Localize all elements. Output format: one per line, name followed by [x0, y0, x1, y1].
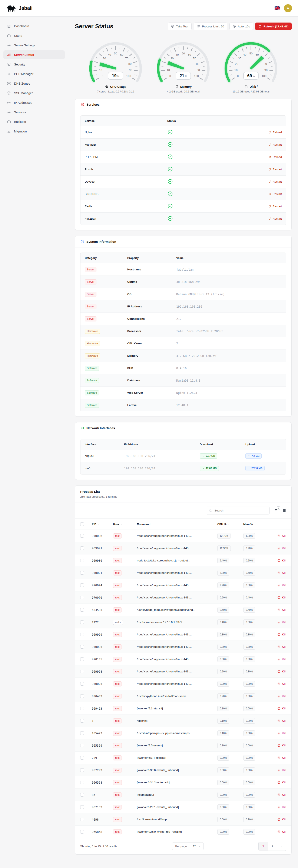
- row-checkbox[interactable]: [80, 756, 84, 760]
- next-page-button[interactable]: [277, 842, 286, 850]
- restart-button[interactable]: Restart: [268, 217, 282, 220]
- restart-button[interactable]: Restart: [268, 180, 282, 183]
- sidebar-item-users[interactable]: Users: [3, 31, 65, 40]
- kill-button[interactable]: Kill: [277, 645, 286, 648]
- kill-button[interactable]: Kill: [277, 694, 286, 698]
- kill-button[interactable]: Kill: [277, 756, 286, 760]
- sidebar-item-ssl-manager[interactable]: SSL Manager: [3, 89, 65, 98]
- columns-button[interactable]: [282, 508, 286, 513]
- row-checkbox[interactable]: [80, 608, 84, 612]
- kill-button[interactable]: Kill: [277, 682, 286, 685]
- row-checkbox[interactable]: [80, 719, 84, 722]
- search-input[interactable]: [214, 509, 267, 512]
- row-checkbox[interactable]: [80, 559, 84, 562]
- row-checkbox[interactable]: [80, 633, 84, 636]
- language-flag-icon[interactable]: [275, 6, 280, 10]
- row-checkbox[interactable]: [80, 805, 84, 809]
- process-limit-button[interactable]: Process Limit: 50: [194, 23, 227, 30]
- page-button-1[interactable]: 1: [259, 842, 268, 850]
- row-checkbox[interactable]: [80, 682, 84, 686]
- row-checkbox[interactable]: [80, 620, 84, 624]
- kill-button[interactable]: Kill: [277, 633, 286, 636]
- sidebar-item-security[interactable]: Security: [3, 60, 65, 69]
- kill-button[interactable]: Kill: [277, 571, 286, 575]
- kill-button[interactable]: Kill: [277, 608, 286, 611]
- sidebar-item-php-manager[interactable]: PHP Manager: [3, 69, 65, 79]
- kill-button[interactable]: Kill: [277, 744, 286, 747]
- user-badge: root: [113, 768, 122, 773]
- row-checkbox[interactable]: [80, 768, 84, 772]
- kill-button[interactable]: Kill: [277, 732, 286, 735]
- sidebar-item-server-status[interactable]: Server Status: [3, 51, 65, 59]
- select-all-checkbox[interactable]: [80, 522, 84, 526]
- row-checkbox[interactable]: [80, 657, 84, 661]
- kill-button[interactable]: Kill: [277, 818, 286, 821]
- avatar[interactable]: A: [284, 4, 292, 12]
- process-pid: 969998: [92, 670, 113, 673]
- property-value: Nginx 1.26.3: [176, 391, 282, 395]
- row-checkbox[interactable]: [80, 744, 84, 747]
- filter-button[interactable]: 0: [274, 508, 278, 513]
- sidebar-item-dashboard[interactable]: Dashboard: [3, 22, 65, 31]
- restart-button[interactable]: Restart: [268, 192, 282, 195]
- sidebar-item-label: Services: [14, 111, 26, 114]
- download-badge: 47.67 MB: [200, 466, 219, 471]
- search-box[interactable]: [206, 506, 270, 515]
- column-header-pid[interactable]: PID: [92, 523, 113, 526]
- restart-button[interactable]: Restart: [268, 168, 282, 171]
- row-checkbox[interactable]: [80, 571, 84, 575]
- svg-text:100: 100: [262, 74, 267, 78]
- page-button-2[interactable]: 2: [268, 842, 277, 850]
- row-checkbox[interactable]: [80, 694, 84, 698]
- kill-button[interactable]: Kill: [277, 657, 286, 661]
- sidebar-item-services[interactable]: Services: [3, 108, 65, 117]
- kill-button[interactable]: Kill: [277, 596, 286, 599]
- per-page-select[interactable]: Per page 25: [172, 842, 204, 850]
- row-checkbox[interactable]: [80, 645, 84, 649]
- row-checkbox[interactable]: [80, 731, 84, 735]
- refresh-button[interactable]: Refresh (17:48:46): [255, 23, 292, 30]
- row-checkbox[interactable]: [80, 793, 84, 797]
- sidebar-item-ip-addresses[interactable]: IP Addresses: [3, 98, 65, 107]
- row-checkbox[interactable]: [80, 707, 84, 710]
- auto-refresh-button[interactable]: Auto: 10s: [229, 23, 253, 30]
- sidebar-item-migration[interactable]: Migration: [3, 127, 65, 136]
- kill-button[interactable]: Kill: [277, 584, 286, 587]
- kill-button[interactable]: Kill: [277, 769, 286, 772]
- row-checkbox[interactable]: [80, 670, 84, 673]
- kill-button[interactable]: Kill: [277, 559, 286, 562]
- table-header-row: InterfaceIP AddressDownloadUpload: [80, 439, 286, 450]
- kill-button[interactable]: Kill: [277, 781, 286, 784]
- column-header-mem[interactable]: Mem %: [243, 523, 268, 526]
- take-tour-button[interactable]: Take Tour: [168, 23, 192, 30]
- process-pid: 185473: [92, 732, 113, 735]
- kill-button[interactable]: Kill: [277, 830, 286, 833]
- process-pid: 85: [92, 793, 113, 797]
- column-header-user[interactable]: User: [113, 523, 137, 526]
- sidebar-item-server-settings[interactable]: Server Settings: [3, 41, 65, 50]
- row-checkbox[interactable]: [80, 781, 84, 784]
- row-checkbox[interactable]: [80, 830, 84, 834]
- kill-button[interactable]: Kill: [277, 534, 286, 537]
- kill-button[interactable]: Kill: [277, 547, 286, 550]
- kill-button[interactable]: Kill: [277, 621, 286, 624]
- kill-button[interactable]: Kill: [277, 670, 286, 673]
- restart-button[interactable]: Restart: [268, 205, 282, 208]
- row-checkbox[interactable]: [80, 583, 84, 587]
- reload-button[interactable]: Reload: [268, 131, 282, 134]
- row-checkbox[interactable]: [80, 534, 84, 538]
- svg-text:60: 60: [120, 53, 123, 56]
- kill-button[interactable]: Kill: [277, 707, 286, 710]
- kill-button[interactable]: Kill: [277, 719, 286, 722]
- restart-button[interactable]: Restart: [268, 143, 282, 146]
- row-checkbox[interactable]: [80, 817, 84, 821]
- column-header-cpu[interactable]: CPU %: [217, 523, 243, 526]
- sidebar-item-backups[interactable]: Backups: [3, 117, 65, 126]
- kill-button[interactable]: Kill: [277, 793, 286, 796]
- gear-icon: [7, 43, 11, 48]
- row-checkbox[interactable]: [80, 546, 84, 550]
- sidebar-item-dns-zones[interactable]: DNS Zones: [3, 79, 65, 88]
- row-checkbox[interactable]: [80, 596, 84, 599]
- kill-button[interactable]: Kill: [277, 806, 286, 809]
- reload-button[interactable]: Reload: [268, 155, 282, 159]
